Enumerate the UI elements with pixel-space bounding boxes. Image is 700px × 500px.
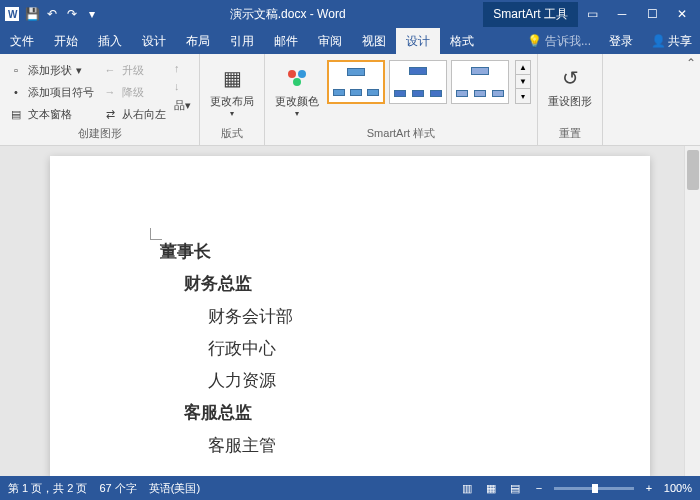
demote-button[interactable]: →降级 <box>100 82 168 102</box>
group-label-reset: 重置 <box>544 126 596 143</box>
zoom-level[interactable]: 100% <box>664 482 692 494</box>
demote-label: 降级 <box>122 85 144 100</box>
change-layout-label: 更改布局 <box>210 94 254 109</box>
contextual-tab-label: SmartArt 工具 <box>483 2 578 27</box>
svg-text:W: W <box>8 9 18 20</box>
outline-item[interactable]: 行政中心 <box>208 333 550 365</box>
redo-icon[interactable]: ↷ <box>64 6 80 22</box>
tab-review[interactable]: 审阅 <box>308 28 352 55</box>
promote-label: 升级 <box>122 63 144 78</box>
ribbon-group-create: ▫添加形状 ▾ •添加项目符号 ▤文本窗格 ←升级 →降级 ⇄从右向左 ↑ ↓ … <box>0 54 200 145</box>
share-label: 共享 <box>668 33 692 50</box>
scrollbar-thumb[interactable] <box>687 150 699 190</box>
svg-point-2 <box>288 70 296 78</box>
demote-icon: → <box>102 84 118 100</box>
word-count[interactable]: 67 个字 <box>99 481 136 496</box>
zoom-out-icon[interactable]: − <box>530 480 548 496</box>
text-pane-button[interactable]: ▤文本窗格 <box>6 104 96 124</box>
reset-graphic-button[interactable]: ↺ 重设图形 <box>544 60 596 111</box>
tab-design[interactable]: 设计 <box>132 28 176 55</box>
gallery-more-icon[interactable]: ▾ <box>516 89 530 103</box>
style-item-1[interactable] <box>327 60 385 104</box>
tab-layout[interactable]: 布局 <box>176 28 220 55</box>
tab-view[interactable]: 视图 <box>352 28 396 55</box>
group-label-create: 创建图形 <box>6 126 193 143</box>
language-indicator[interactable]: 英语(美国) <box>149 481 200 496</box>
outline-item[interactable]: 财务总监 <box>184 268 550 300</box>
document-title: 演示文稿.docx - Word <box>100 6 475 23</box>
close-icon[interactable]: ✕ <box>668 2 696 26</box>
menu-bar: 文件 开始 插入 设计 布局 引用 邮件 审阅 视图 设计 格式 💡 告诉我..… <box>0 28 700 54</box>
promote-button[interactable]: ←升级 <box>100 60 168 80</box>
add-bullet-icon: • <box>8 84 24 100</box>
reset-icon: ↺ <box>554 62 586 94</box>
tab-smartart-format[interactable]: 格式 <box>440 28 484 55</box>
add-bullet-button[interactable]: •添加项目符号 <box>6 82 96 102</box>
style-gallery: ▲ ▼ ▾ <box>327 60 531 104</box>
add-bullet-label: 添加项目符号 <box>28 85 94 100</box>
minimize-icon[interactable]: ─ <box>608 2 636 26</box>
rtl-button[interactable]: ⇄从右向左 <box>100 104 168 124</box>
status-bar: 第 1 页，共 2 页 67 个字 英语(美国) ▥ ▦ ▤ − + 100% <box>0 476 700 500</box>
svg-point-4 <box>293 78 301 86</box>
outline-item[interactable]: 董事长 <box>160 236 550 268</box>
tab-file[interactable]: 文件 <box>0 28 44 55</box>
title-bar: W 💾 ↶ ↷ ▾ 演示文稿.docx - Word SmartArt 工具 ▭… <box>0 0 700 28</box>
qat-dropdown-icon[interactable]: ▾ <box>84 6 100 22</box>
tab-smartart-design[interactable]: 设计 <box>396 28 440 55</box>
tab-mailings[interactable]: 邮件 <box>264 28 308 55</box>
zoom-in-icon[interactable]: + <box>640 480 658 496</box>
share-button[interactable]: 👤共享 <box>643 33 700 50</box>
move-down-button[interactable]: ↓ <box>172 78 193 94</box>
promote-icon: ← <box>102 62 118 78</box>
group-label-styles: SmartArt 样式 <box>271 126 531 143</box>
zoom-slider[interactable] <box>554 487 634 490</box>
layout-dropdown-button[interactable]: 品▾ <box>172 96 193 115</box>
change-colors-label: 更改颜色 <box>275 94 319 109</box>
zoom-slider-thumb[interactable] <box>592 484 598 493</box>
change-layout-icon: ▦ <box>216 62 248 94</box>
style-item-2[interactable] <box>389 60 447 104</box>
text-pane-icon: ▤ <box>8 106 24 122</box>
outline-text[interactable]: 董事长财务总监财务会计部行政中心人力资源客服总监客服主管 <box>150 236 550 462</box>
add-shape-button[interactable]: ▫添加形状 ▾ <box>6 60 96 80</box>
login-button[interactable]: 登录 <box>599 33 643 50</box>
word-app-icon[interactable]: W <box>4 6 20 22</box>
print-layout-icon[interactable]: ▦ <box>482 480 500 496</box>
web-layout-icon[interactable]: ▤ <box>506 480 524 496</box>
tab-home[interactable]: 开始 <box>44 28 88 55</box>
ribbon-group-reset: ↺ 重设图形 重置 <box>538 54 603 145</box>
add-shape-label: 添加形状 <box>28 63 72 78</box>
ribbon-group-layouts: ▦ 更改布局 ▾ 版式 <box>200 54 265 145</box>
ribbon: ▫添加形状 ▾ •添加项目符号 ▤文本窗格 ←升级 →降级 ⇄从右向左 ↑ ↓ … <box>0 54 700 146</box>
read-mode-icon[interactable]: ▥ <box>458 480 476 496</box>
maximize-icon[interactable]: ☐ <box>638 2 666 26</box>
change-colors-button[interactable]: 更改颜色 ▾ <box>271 60 323 120</box>
document-area: 董事长财务总监财务会计部行政中心人力资源客服总监客服主管 <box>0 146 700 476</box>
svg-point-3 <box>298 70 306 78</box>
save-icon[interactable]: 💾 <box>24 6 40 22</box>
page[interactable]: 董事长财务总监财务会计部行政中心人力资源客服总监客服主管 <box>50 156 650 476</box>
outline-item[interactable]: 客服总监 <box>184 397 550 429</box>
vertical-scrollbar[interactable] <box>684 146 700 476</box>
outline-item[interactable]: 财务会计部 <box>208 301 550 333</box>
add-shape-icon: ▫ <box>8 62 24 78</box>
tab-references[interactable]: 引用 <box>220 28 264 55</box>
outline-item[interactable]: 客服主管 <box>208 430 550 462</box>
tell-me-search[interactable]: 💡 告诉我... <box>519 33 599 50</box>
outline-item[interactable]: 人力资源 <box>208 365 550 397</box>
tab-insert[interactable]: 插入 <box>88 28 132 55</box>
style-item-3[interactable] <box>451 60 509 104</box>
rtl-label: 从右向左 <box>122 107 166 122</box>
gallery-up-icon[interactable]: ▲ <box>516 61 530 75</box>
move-up-button[interactable]: ↑ <box>172 60 193 76</box>
text-pane-label: 文本窗格 <box>28 107 72 122</box>
reset-label: 重设图形 <box>548 94 592 109</box>
change-layout-button[interactable]: ▦ 更改布局 ▾ <box>206 60 258 120</box>
undo-icon[interactable]: ↶ <box>44 6 60 22</box>
ribbon-options-icon[interactable]: ▭ <box>578 2 606 26</box>
page-indicator[interactable]: 第 1 页，共 2 页 <box>8 481 87 496</box>
gallery-down-icon[interactable]: ▼ <box>516 75 530 89</box>
ribbon-group-styles: 更改颜色 ▾ ▲ ▼ ▾ SmartArt 样式 <box>265 54 538 145</box>
collapse-ribbon-icon[interactable]: ⌃ <box>686 56 696 70</box>
